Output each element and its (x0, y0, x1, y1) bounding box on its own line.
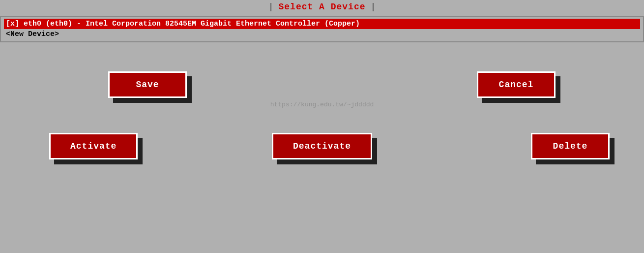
deactivate-button-container: Deactivate (272, 133, 372, 159)
delete-button-container: Delete (531, 133, 610, 159)
page-title: Select A Device (278, 2, 365, 12)
cancel-button-container: Cancel (477, 71, 556, 98)
activate-button-container: Activate (49, 133, 138, 159)
title-bar: Select A Device (0, 0, 644, 14)
save-button-container: Save (108, 71, 187, 98)
delete-button[interactable]: Delete (531, 133, 610, 159)
selected-device-item[interactable]: [x] eth0 (eth0) - Intel Corporation 8254… (4, 19, 640, 29)
watermark: https://kung.edu.tw/~jddddd (270, 101, 374, 108)
cancel-button[interactable]: Cancel (477, 71, 556, 98)
activate-button[interactable]: Activate (49, 133, 138, 159)
device-list: [x] eth0 (eth0) - Intel Corporation 8254… (0, 16, 644, 42)
save-button[interactable]: Save (108, 71, 187, 98)
new-device-item[interactable]: <New Device> (4, 29, 640, 39)
deactivate-button[interactable]: Deactivate (272, 133, 372, 159)
